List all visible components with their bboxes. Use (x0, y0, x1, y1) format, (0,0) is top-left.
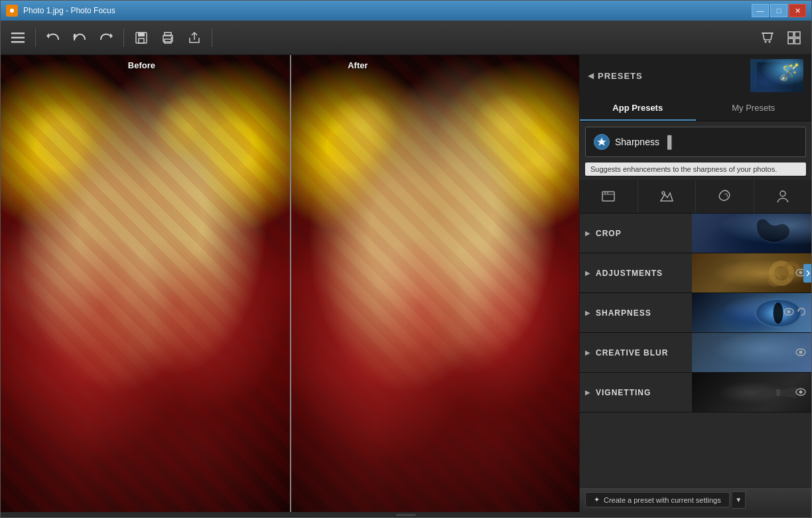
creative-blur-chevron-icon: ▶ (585, 349, 590, 356)
svg-point-56 (780, 191, 785, 196)
sharpness-tooltip: Suggests enhancements to the sharpness o… (585, 162, 806, 176)
section-crop[interactable]: ▶ CROP (580, 214, 811, 253)
adjustments-expand-icon[interactable] (803, 264, 811, 283)
svg-marker-5 (46, 33, 49, 38)
svg-marker-50 (597, 137, 606, 146)
svg-point-17 (769, 40, 771, 42)
menu-button[interactable] (6, 26, 30, 50)
create-preset-dropdown[interactable]: ▼ (732, 491, 746, 509)
svg-point-53 (604, 192, 606, 194)
sharpness-chevron-icon: ▶ (585, 309, 590, 316)
create-preset-icon: ✦ (594, 495, 600, 504)
svg-point-58 (799, 271, 803, 274)
section-adjustments[interactable]: ▶ ADJUSTMENTS (580, 253, 811, 293)
vignetting-label: VIGNETTING (596, 388, 795, 397)
print-button[interactable] (156, 26, 180, 50)
photo-canvas (1, 55, 579, 512)
share-button[interactable] (182, 26, 206, 50)
sharpness-label: SHARPNESS (596, 308, 783, 318)
vignetting-chevron-icon: ▶ (585, 389, 590, 396)
sharpness-icons (783, 307, 806, 318)
save-button[interactable] (129, 26, 153, 50)
resize-handle-indicator (396, 514, 416, 516)
svg-rect-51 (602, 192, 614, 201)
undo-button[interactable] (41, 26, 65, 50)
vignetting-visibility-icon[interactable] (795, 387, 806, 398)
svg-rect-11 (139, 38, 144, 43)
shop-button[interactable] (756, 26, 779, 50)
svg-rect-20 (788, 38, 793, 44)
create-preset-button[interactable]: ✦ Create a preset with current settings (585, 492, 730, 507)
minimize-button[interactable]: — (752, 4, 769, 17)
presets-logo (750, 59, 803, 92)
main-content: Before After (1, 55, 811, 512)
sections-list: ▶ CROP ▶ ADJUSTMENTS (580, 214, 811, 487)
svg-point-54 (607, 192, 608, 194)
svg-point-15 (171, 36, 173, 38)
grid-button[interactable] (782, 26, 806, 50)
svg-rect-10 (138, 32, 145, 36)
title-bar: Photo 1.jpg - Photo Focus — □ ✕ (1, 1, 811, 21)
crop-chevron-icon: ▶ (585, 229, 590, 237)
preset-tabs: App Presets My Presets (580, 96, 811, 121)
svg-rect-4 (11, 41, 25, 43)
svg-rect-3 (11, 36, 25, 38)
adjustments-chevron-icon: ▶ (585, 269, 590, 277)
svg-marker-64 (798, 310, 800, 312)
category-portrait-button[interactable] (754, 180, 812, 213)
section-creative-blur[interactable]: ▶ CREATIVE BLUR (580, 333, 811, 373)
sharpness-preset-card[interactable]: Sharpness ▌ (585, 127, 806, 157)
svg-point-16 (765, 40, 767, 42)
category-landscape-button[interactable] (638, 180, 697, 213)
creative-blur-visibility-icon[interactable] (795, 348, 806, 358)
separator-1 (35, 29, 36, 47)
sharpness-preset-name: Sharpness (615, 137, 659, 147)
adjustments-label: ADJUSTMENTS (596, 269, 795, 278)
creative-blur-label: CREATIVE BLUR (596, 348, 795, 357)
close-button[interactable]: ✕ (789, 4, 806, 17)
vignetting-icons (795, 387, 806, 398)
separator-2 (123, 29, 124, 47)
photo-before[interactable] (1, 55, 290, 512)
svg-point-68 (799, 390, 803, 393)
app-window: Photo 1.jpg - Photo Focus — □ ✕ (0, 0, 812, 518)
svg-rect-2 (11, 32, 25, 34)
presets-collapse-icon[interactable]: ◀ (588, 71, 594, 80)
svg-point-55 (662, 192, 665, 194)
photo-after[interactable] (290, 55, 579, 512)
toolbar (1, 21, 811, 55)
resize-handle[interactable] (1, 512, 811, 517)
svg-rect-14 (165, 39, 171, 43)
svg-point-66 (799, 350, 803, 354)
section-sharpness[interactable]: ▶ SHARPNESS (580, 293, 811, 333)
app-icon (6, 5, 18, 17)
sharpness-visibility-icon[interactable] (783, 307, 794, 318)
cursor-indicator: ▌ (667, 135, 676, 149)
separator-3 (212, 29, 212, 47)
create-preset-label: Create a preset with current settings (604, 496, 721, 504)
redo-button[interactable] (94, 26, 118, 50)
creative-blur-icons (795, 348, 806, 358)
tab-app-presets[interactable]: App Presets (580, 96, 696, 121)
crop-label: CROP (596, 229, 811, 238)
svg-rect-18 (788, 32, 793, 37)
window-controls: — □ ✕ (752, 4, 806, 17)
category-macro-button[interactable] (696, 180, 754, 213)
svg-marker-8 (110, 33, 113, 38)
sharpness-reset-icon[interactable] (797, 307, 806, 318)
right-panel: ◀ PRESETS (579, 55, 811, 512)
presets-header: ◀ PRESETS (580, 55, 811, 96)
toolbar-right (756, 26, 806, 50)
maximize-button[interactable]: □ (770, 4, 787, 17)
sharpness-icon (594, 134, 610, 150)
section-vignetting[interactable]: ▶ VIGNETTING (580, 373, 811, 413)
presets-title: PRESETS (598, 71, 643, 81)
right-panel-bottom: ✦ Create a preset with current settings … (580, 487, 811, 512)
photo-area[interactable]: Before After (1, 55, 579, 512)
window-title: Photo 1.jpg - Photo Focus (23, 6, 746, 15)
undo-step-button[interactable] (68, 26, 92, 50)
svg-point-63 (787, 310, 791, 314)
category-general-button[interactable] (580, 180, 638, 213)
tab-my-presets[interactable]: My Presets (696, 96, 812, 121)
svg-rect-13 (165, 32, 171, 36)
